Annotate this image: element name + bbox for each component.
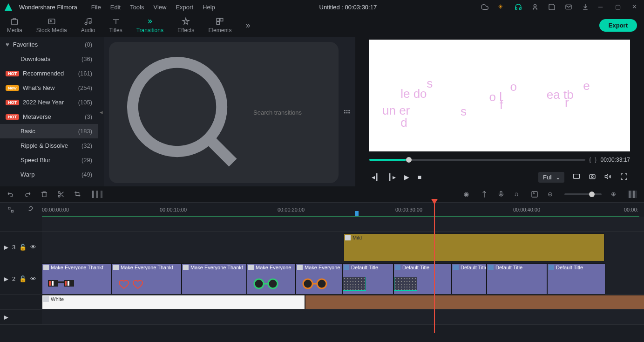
cloud-icon[interactable]: [481, 3, 488, 11]
clip-video[interactable]: Make Everyone Thankf: [42, 263, 112, 294]
clip-video[interactable]: Make Everyone: [247, 263, 296, 294]
split-icon[interactable]: [57, 191, 65, 198]
quality-select[interactable]: Full⌄: [538, 172, 564, 183]
tab-elements[interactable]: Elements: [208, 17, 231, 34]
sidebar-item-recommended[interactable]: HOTRecommended(161): [0, 66, 98, 81]
next-frame-button[interactable]: ║▸: [388, 173, 396, 181]
zoom-out-icon[interactable]: ⊖: [548, 191, 555, 198]
crop-icon[interactable]: [74, 191, 81, 198]
clip-title[interactable]: Default Title: [547, 263, 605, 294]
delete-icon[interactable]: [41, 191, 48, 198]
tab-stock-media[interactable]: Stock Media: [36, 17, 67, 34]
sidebar-item-what's-new[interactable]: NewWhat's New(254): [0, 81, 98, 95]
menu-edit[interactable]: Edit: [110, 4, 121, 11]
clip-title[interactable]: Default Title: [487, 263, 547, 294]
sidebar-item-metaverse[interactable]: HOTMetaverse(3): [0, 109, 98, 124]
sidebar-item-warp[interactable]: Warp(49): [0, 167, 98, 182]
clip-title[interactable]: Default Title: [342, 263, 393, 294]
svg-rect-42: [68, 281, 69, 286]
link-icon[interactable]: [26, 206, 33, 213]
clip-mild[interactable]: Mild: [344, 233, 604, 261]
menu-export[interactable]: Export: [176, 4, 193, 11]
marker-icon[interactable]: [481, 191, 488, 198]
play-button[interactable]: ▶: [404, 173, 409, 181]
sidebar-item-2022-new-year[interactable]: HOT2022 New Year(105): [0, 95, 98, 109]
sidebar-item-ripple-&-dissolve[interactable]: Ripple & Dissolve(32): [0, 138, 98, 153]
playhead[interactable]: [434, 203, 435, 333]
track-spacer: [0, 217, 644, 232]
eye-icon[interactable]: 👁: [30, 275, 36, 282]
svg-point-43: [254, 279, 264, 288]
menu-tools[interactable]: Tools: [130, 4, 144, 11]
redo-icon[interactable]: [24, 191, 31, 198]
undo-icon[interactable]: [7, 191, 14, 198]
lock-icon[interactable]: 🔓: [19, 275, 27, 282]
minimize-icon[interactable]: ─: [598, 3, 606, 11]
clip-white[interactable]: White: [42, 295, 305, 309]
clip-video[interactable]: Make Everyone: [296, 263, 342, 294]
menu-file[interactable]: File: [91, 4, 101, 11]
tab-audio[interactable]: Audio: [81, 17, 95, 34]
export-button[interactable]: Export: [599, 19, 637, 32]
eye-icon[interactable]: 👁: [30, 244, 36, 251]
search-input[interactable]: [253, 109, 332, 116]
sidebar-item-downloads[interactable]: Downloads(36): [0, 52, 98, 66]
clip-title[interactable]: Default Title: [452, 263, 487, 294]
render-icon[interactable]: ◉: [464, 191, 471, 198]
headphones-icon[interactable]: [515, 3, 522, 11]
stop-button[interactable]: ■: [418, 173, 421, 181]
maximize-icon[interactable]: ▢: [615, 3, 623, 11]
marker[interactable]: [355, 211, 359, 216]
sidebar-item-speed-blur[interactable]: Speed Blur(29): [0, 153, 98, 167]
menu-view[interactable]: View: [153, 4, 166, 11]
music-icon[interactable]: ♫: [514, 191, 522, 198]
search-box[interactable]: [109, 42, 339, 183]
clip-video[interactable]: Make Everyone Thankf: [182, 263, 247, 294]
clip-title[interactable]: Default Title: [393, 263, 452, 294]
sun-icon[interactable]: ☀: [498, 3, 505, 11]
sidebar-item-basic[interactable]: Basic(183): [0, 124, 98, 138]
image-icon[interactable]: [531, 191, 538, 198]
fit-icon[interactable]: ║║: [628, 191, 637, 198]
tab-titles[interactable]: Titles: [109, 17, 122, 34]
svg-rect-11: [346, 110, 348, 111]
download-icon[interactable]: [582, 3, 589, 11]
ripple-icon[interactable]: [7, 206, 14, 213]
sidebar-item-favorites[interactable]: ♥Favorites(0): [0, 37, 98, 52]
snapshot-icon[interactable]: [589, 173, 596, 182]
svg-rect-2: [48, 19, 55, 24]
volume-icon[interactable]: [604, 173, 612, 182]
close-icon[interactable]: ✕: [632, 3, 639, 11]
menu-help[interactable]: Help: [203, 4, 215, 11]
lock-icon[interactable]: 🔓: [19, 244, 27, 251]
track-1: White: [0, 295, 644, 310]
voiceover-icon[interactable]: ║║║: [91, 191, 98, 198]
clip-video[interactable]: Make Everyone Thankf: [112, 263, 182, 294]
more-tabs-icon[interactable]: »: [245, 21, 250, 30]
sidebar-collapse-handle[interactable]: ◂: [98, 37, 104, 186]
clip-brown[interactable]: [305, 295, 644, 309]
track-icon[interactable]: ▶: [4, 314, 8, 321]
fullscreen-icon[interactable]: [620, 173, 628, 182]
tab-media[interactable]: Media: [7, 17, 22, 34]
prev-frame-button[interactable]: ◂║: [372, 173, 380, 181]
tab-effects[interactable]: Effects: [177, 17, 194, 34]
save-icon[interactable]: [548, 3, 556, 11]
preview-panel: le dosoo leea tbun ersfrd { } 00:00:33:1…: [355, 37, 644, 186]
track-icon[interactable]: ▶: [4, 244, 8, 251]
tab-transitions[interactable]: Transitions: [136, 17, 163, 34]
svg-point-3: [50, 21, 51, 22]
mic-icon[interactable]: [497, 191, 505, 198]
zoom-in-icon[interactable]: ⊕: [611, 191, 618, 198]
transition-marker[interactable]: [394, 277, 417, 291]
mail-icon[interactable]: [565, 3, 572, 11]
grid-view-icon[interactable]: [343, 109, 351, 116]
user-icon[interactable]: [531, 3, 539, 11]
transition-marker[interactable]: [343, 277, 366, 291]
preview-video[interactable]: le dosoo leea tbun ersfrd: [369, 40, 630, 151]
display-icon[interactable]: [573, 173, 580, 182]
track-icon[interactable]: ▶: [4, 275, 8, 282]
timeline-ruler[interactable]: 00:00:00:0000:00:10:0000:00:20:0000:00:3…: [0, 203, 644, 217]
progress-bar[interactable]: [369, 159, 585, 161]
zoom-slider[interactable]: [564, 193, 602, 195]
